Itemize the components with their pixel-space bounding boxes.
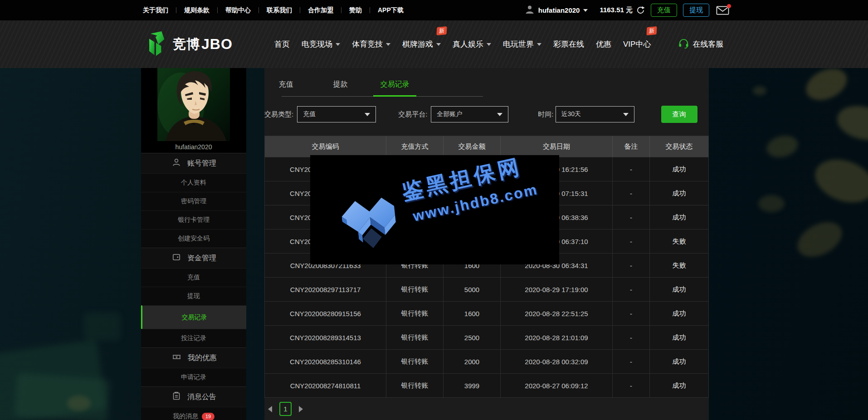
table-cell: 成功 (650, 302, 708, 325)
sidebar-item-label: 投注记录 (181, 334, 206, 342)
coin-decoration (792, 215, 848, 264)
ticket-icon: ¥ (172, 352, 181, 363)
unread-count-badge: 19 (202, 413, 215, 420)
sidebar-section-label: 账号管理 (187, 159, 216, 168)
sidebar-section-label: 资金管理 (187, 254, 216, 263)
tab-transactions[interactable]: 交易记录 (373, 80, 416, 89)
top-link-7[interactable]: APP下载 (370, 6, 411, 15)
coin-decoration (753, 86, 766, 95)
nav-item-10[interactable]: 在线客服 (672, 38, 729, 51)
nav-item-4[interactable]: 棋牌游戏新 (396, 39, 447, 49)
top-link-5[interactable]: 合作加盟 (300, 6, 341, 15)
balance: 1163.51 元 (600, 6, 633, 15)
tabs: 充值 提款 交易记录 (264, 68, 709, 98)
withdraw-button[interactable]: 提现 (683, 4, 709, 17)
table-cell: 2020-08-27 06:09:12 (501, 374, 613, 397)
filter-type-select[interactable]: 充值 (297, 106, 376, 122)
filter-time-select[interactable]: 近30天 (556, 106, 634, 122)
sidebar-item-提现[interactable]: 提现 (141, 287, 246, 305)
avatar[interactable] (141, 68, 246, 141)
topbar-right: hufatian2020 1163.51 元 充值 提现 (525, 4, 729, 17)
sidebar-item-label: 银行卡管理 (178, 216, 210, 224)
sidebar-item-label: 创建安全码 (178, 234, 210, 243)
sidebar-item-充值[interactable]: 充值 (141, 268, 246, 287)
table-cell: - (613, 230, 650, 253)
table-header-cell: 交易金额 (444, 136, 501, 157)
search-button[interactable]: 查询 (661, 106, 697, 123)
filter-platform-label: 交易平台: (398, 110, 427, 119)
user-icon (172, 158, 181, 169)
table-cell: 1600 (444, 302, 501, 325)
top-link-6[interactable]: 赞助 (341, 6, 370, 15)
top-links: 关于我们规则条款帮助中心联系我们合作加盟赞助APP下载 (135, 6, 411, 15)
coin-decoration (809, 152, 868, 210)
tab-withdraw[interactable]: 提款 (319, 80, 362, 89)
top-link-1[interactable]: 关于我们 (135, 6, 176, 15)
prev-page-icon[interactable] (268, 406, 272, 412)
nav-item-1[interactable]: 首页 (268, 39, 296, 49)
filter-platform-select[interactable]: 全部账户 (431, 106, 508, 122)
table-cell: 成功 (650, 374, 708, 397)
sidebar-item-我的消息[interactable]: 我的消息19 (141, 407, 246, 420)
table-cell: 2500 (444, 326, 501, 349)
sidebar-item-投注记录[interactable]: 投注记录 (141, 329, 246, 347)
username: hufatian2020 (538, 6, 580, 14)
filter-platform-value: 全部账户 (437, 110, 462, 118)
next-page-icon[interactable] (299, 406, 303, 412)
active-tab-underline (373, 95, 416, 97)
top-link-3[interactable]: 帮助中心 (218, 6, 258, 15)
table-cell: 失败 (650, 230, 708, 253)
sidebar-item-银行卡管理[interactable]: 银行卡管理 (141, 210, 246, 229)
table-header-cell: 交易编码 (265, 136, 386, 157)
table-cell: 成功 (650, 181, 708, 205)
mail-icon[interactable] (716, 5, 729, 15)
coin-decoration (67, 396, 91, 411)
filter-type-label: 交易类型: (264, 110, 293, 119)
deposit-button[interactable]: 充值 (651, 4, 677, 17)
sidebar-section-2[interactable]: 资金管理 (141, 248, 246, 268)
coin-decoration (764, 132, 800, 161)
user-menu[interactable]: hufatian2020 (525, 5, 588, 16)
nav-item-3[interactable]: 体育竞技 (346, 39, 396, 49)
sidebar-section-4[interactable]: 消息公告 (141, 386, 246, 407)
nav-item-label: 电竞现场 (302, 39, 332, 49)
table-cell: 银行转账 (386, 350, 444, 373)
sidebar-item-交易记录[interactable]: 交易记录 (141, 305, 246, 329)
sidebar-section-1[interactable]: 账号管理 (141, 153, 246, 173)
sidebar-item-申请记录[interactable]: 申请记录 (141, 368, 246, 386)
nav-item-7[interactable]: 彩票在线 (547, 39, 590, 49)
table-row: CNY202008289314513银行转账25002020-08-28 21:… (265, 325, 708, 349)
sidebar-item-密码管理[interactable]: 密码管理 (141, 192, 246, 210)
top-link-2[interactable]: 规则条款 (176, 6, 217, 15)
main-nav: 首页电竞现场体育竞技棋牌游戏新真人娱乐电玩世界彩票在线优惠VIP中心新在线客服 (268, 38, 729, 51)
table-header-cell: 交易状态 (650, 136, 708, 157)
nav-item-2[interactable]: 电竞现场 (296, 39, 346, 49)
chevron-down-icon (497, 113, 502, 116)
sidebar-item-label: 提现 (187, 292, 200, 300)
table-cell: - (613, 302, 650, 325)
sidebar-item-label: 充值 (187, 273, 200, 282)
nav-item-8[interactable]: 优惠 (590, 39, 617, 49)
chevron-down-icon (583, 9, 588, 12)
refresh-balance-icon[interactable] (636, 6, 645, 15)
user-avatar-icon (525, 5, 535, 16)
sidebar-item-label: 密码管理 (181, 197, 206, 205)
tab-deposit[interactable]: 充值 (264, 80, 307, 89)
table-cell: 3999 (444, 374, 501, 397)
table-cell: 成功 (650, 278, 708, 301)
sidebar-section-label: 我的优惠 (188, 353, 217, 363)
nav-item-9[interactable]: VIP中心新 (617, 39, 657, 49)
nav-item-6[interactable]: 电玩世界 (497, 39, 547, 49)
sidebar-item-创建安全码[interactable]: 创建安全码 (141, 229, 246, 248)
page-number[interactable]: 1 (279, 402, 292, 416)
top-link-4[interactable]: 联系我们 (259, 6, 300, 15)
wallet-icon (172, 253, 181, 264)
sidebar-section-3[interactable]: ¥我的优惠 (141, 347, 246, 368)
pagination: 1 (268, 402, 303, 416)
table-cell: 银行转账 (386, 374, 444, 397)
nav-item-5[interactable]: 真人娱乐 (447, 39, 497, 49)
site-logo[interactable]: 竞博 JBO (143, 30, 246, 59)
filter-time-value: 近30天 (561, 110, 581, 118)
money-decoration (15, 373, 110, 420)
sidebar-item-个人资料[interactable]: 个人资料 (141, 173, 246, 192)
